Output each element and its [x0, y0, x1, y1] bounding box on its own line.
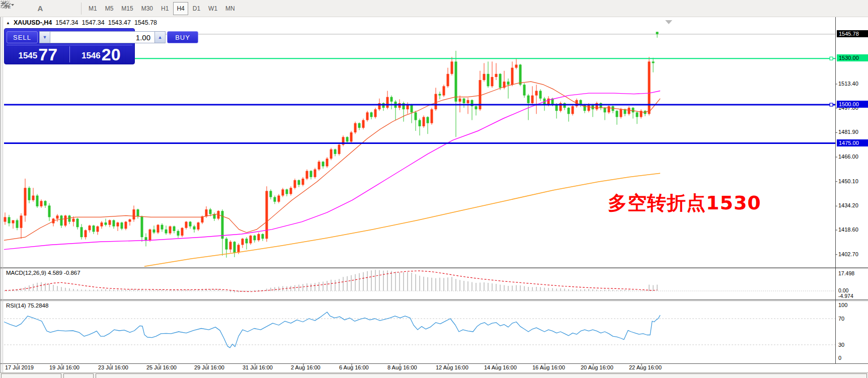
candle-body: [165, 230, 168, 234]
candle-body: [189, 222, 192, 226]
candle-body: [8, 217, 11, 223]
candle-body: [125, 222, 127, 229]
current-price-badge: 1545.78: [837, 30, 868, 37]
price-axis-label: 1481.90: [838, 129, 858, 135]
candle-body: [28, 188, 31, 200]
date-label: 23 Jul 16:00: [98, 364, 128, 370]
candle-body: [44, 201, 47, 205]
candle-body: [133, 209, 135, 219]
date-label: 14 Aug 16:00: [484, 364, 517, 370]
candle-body: [487, 74, 490, 86]
timeframe-button-d1[interactable]: D1: [189, 2, 204, 15]
arrows-dropdown-icon[interactable]: [63, 2, 77, 16]
candle-body: [443, 86, 445, 95]
ohlc-high: 1547.34: [82, 19, 105, 26]
text-label-icon[interactable]: A: [33, 2, 47, 16]
candle-body: [36, 196, 39, 206]
candle-body: [608, 106, 610, 112]
hline-1500-badge: 1500.00: [837, 101, 868, 108]
candle-body: [564, 103, 566, 108]
bid-price-big: 77: [38, 46, 57, 62]
candle-body: [68, 215, 71, 221]
candle-body: [330, 149, 333, 159]
candle-body: [419, 120, 421, 126]
candle-body: [24, 188, 27, 215]
candle-body: [467, 100, 469, 103]
candle-body: [185, 222, 188, 228]
candle-body: [338, 145, 341, 154]
candle-body: [113, 220, 115, 226]
candle-body: [511, 68, 514, 85]
hline-handle[interactable]: [830, 57, 833, 60]
date-label: 12 Aug 16:00: [436, 364, 468, 370]
candle-body: [556, 105, 558, 111]
timeframe-button-h4[interactable]: H4: [173, 2, 188, 15]
candle-body: [93, 225, 95, 232]
candle-body: [117, 222, 119, 226]
candle-body: [20, 215, 23, 228]
timeframe-button-m1[interactable]: M1: [85, 2, 101, 15]
chart-shift-marker-icon[interactable]: [665, 20, 672, 24]
candle-body: [350, 132, 353, 141]
candle-body: [427, 117, 429, 123]
candle-body: [475, 106, 478, 109]
candle-body: [105, 222, 107, 225]
candle-body: [109, 220, 111, 225]
macd-axis-label: 17.498: [838, 270, 854, 276]
candle-body: [600, 103, 602, 108]
candle-body: [129, 219, 131, 222]
candle-body: [310, 171, 312, 177]
price-axis-label: 1418.60: [838, 226, 858, 233]
candle-body: [366, 112, 369, 120]
candle-body: [459, 99, 461, 102]
timeframe-button-h1[interactable]: H1: [157, 2, 172, 15]
volume-decrease-button[interactable]: ▼: [39, 31, 50, 43]
collapse-triangle-icon[interactable]: ▲: [6, 21, 10, 25]
bottom-tab-1[interactable]: [63, 373, 94, 378]
candle-body: [254, 236, 256, 240]
candle-body: [157, 225, 160, 233]
hline-handle[interactable]: [830, 103, 833, 106]
volume-increase-button[interactable]: ▲: [154, 31, 166, 43]
timeframe-button-m5[interactable]: M5: [102, 2, 117, 15]
timeframe-button-m30[interactable]: M30: [138, 2, 156, 15]
ohlc-close: 1545.78: [134, 19, 157, 26]
candle-body: [411, 105, 413, 112]
macd-label: MACD(12,26,9) 4.589 -0.867: [6, 270, 81, 276]
fibonacci-retracement-icon[interactable]: F: [18, 2, 32, 16]
rsi-axis-label: 70: [838, 316, 844, 322]
candle-body: [97, 226, 99, 232]
bottom-tab-strip: [0, 372, 868, 378]
timeframe-button-w1[interactable]: W1: [205, 2, 221, 15]
candle-body: [632, 108, 635, 112]
candle-body: [527, 96, 530, 103]
candle-body: [32, 196, 35, 200]
candle-body: [435, 94, 437, 110]
candle-body: [274, 197, 276, 202]
candle-body: [399, 103, 401, 108]
bottom-tab-2[interactable]: [96, 373, 867, 378]
timeframe-button-m15[interactable]: M15: [118, 2, 136, 15]
text-box-icon[interactable]: T: [48, 2, 62, 16]
candle-body: [346, 137, 349, 141]
buy-button[interactable]: BUY: [167, 31, 198, 43]
candle-body: [636, 112, 639, 117]
candle-body: [390, 97, 393, 102]
candle-body: [225, 239, 228, 249]
candle-body: [12, 220, 15, 223]
candle-body: [354, 123, 357, 132]
candle-body: [177, 231, 180, 236]
date-label: 17 Jul 2019: [5, 364, 34, 370]
main-toolbar: E F A T M1M5M15M30H1H4D1W1MN: [0, 0, 868, 17]
candle-body: [64, 215, 67, 225]
date-label: 31 Jul 16:00: [243, 364, 273, 370]
candle-body: [209, 209, 212, 214]
candle-body: [161, 225, 164, 230]
candle-body: [40, 201, 43, 206]
timeframe-button-mn[interactable]: MN: [222, 2, 239, 15]
candle-body: [48, 205, 51, 217]
volume-input[interactable]: [50, 31, 154, 43]
bottom-tab-0[interactable]: [1, 373, 61, 378]
candle-body: [423, 117, 425, 126]
sell-button[interactable]: SELL: [7, 31, 38, 43]
